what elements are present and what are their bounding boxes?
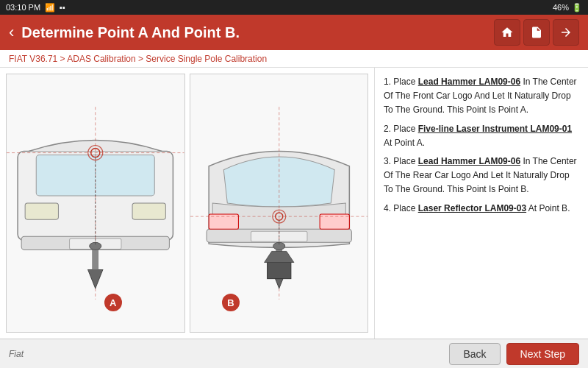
step2-link: Five-line Laser Instrument LAM09-01 xyxy=(418,124,572,134)
back-button[interactable]: Back xyxy=(449,343,500,365)
footer: Fiat Back Next Step xyxy=(0,339,588,368)
car-image-b: B xyxy=(190,74,369,333)
header-left: ‹ Determine Point A And Point B. xyxy=(9,23,240,42)
battery-level: 46% xyxy=(553,3,569,12)
step4-text: 4. Place Laser Reflector LAM09-03 At Poi… xyxy=(384,202,579,216)
time: 03:10 PM xyxy=(6,3,40,12)
svg-marker-26 xyxy=(264,251,293,262)
step3-link: Lead Hammer LAM09-06 xyxy=(418,156,520,166)
document-button[interactable] xyxy=(523,19,550,46)
battery-icon: 🔋 xyxy=(572,3,582,13)
svg-rect-25 xyxy=(267,263,290,279)
car-rear-svg xyxy=(190,74,368,332)
wifi-icon: 📶 xyxy=(45,3,55,13)
step4-link: Laser Reflector LAM09-03 xyxy=(418,203,526,213)
main-content: A xyxy=(0,68,588,339)
step3-text: 3. Place Lead Hammer LAM09-06 In The Cen… xyxy=(384,155,579,197)
svg-rect-17 xyxy=(320,214,349,229)
back-button[interactable]: ‹ xyxy=(9,23,14,42)
home-icon xyxy=(501,26,514,39)
signal-icon: ▪▪ xyxy=(60,3,65,12)
footer-buttons: Back Next Step xyxy=(449,343,579,365)
forward-icon xyxy=(559,26,573,39)
document-icon xyxy=(530,26,543,39)
status-right: 46% 🔋 xyxy=(553,3,582,13)
home-button[interactable] xyxy=(494,19,520,46)
step1-link: Lead Hammer LAM09-06 xyxy=(418,77,520,87)
header: ‹ Determine Point A And Point B. xyxy=(0,15,588,50)
step2-text: 2. Place Five-line Laser Instrument LAM0… xyxy=(384,122,579,150)
car-image-a: A xyxy=(6,74,185,333)
label-b: B xyxy=(222,294,240,311)
forward-button[interactable] xyxy=(553,19,579,46)
brand-label: Fiat xyxy=(9,349,24,359)
label-a: A xyxy=(104,294,122,311)
svg-rect-5 xyxy=(132,203,165,219)
status-left: 03:10 PM 📶 ▪▪ xyxy=(6,3,65,13)
svg-rect-4 xyxy=(25,203,58,219)
status-bar: 03:10 PM 📶 ▪▪ 46% 🔋 xyxy=(0,0,588,15)
header-icons xyxy=(494,19,579,46)
breadcrumb: FIAT V36.71 > ADAS Calibration > Service… xyxy=(0,50,588,68)
instructions-panel: 1. Place Lead Hammer LAM09-06 In The Cen… xyxy=(375,68,588,339)
images-panel: A xyxy=(0,68,375,339)
page-title: Determine Point A And Point B. xyxy=(21,24,240,41)
car-front-svg xyxy=(7,74,184,332)
svg-marker-10 xyxy=(88,270,103,289)
step1-text: 1. Place Lead Hammer LAM09-06 In The Cen… xyxy=(384,75,579,118)
svg-rect-11 xyxy=(93,247,98,269)
next-step-button[interactable]: Next Step xyxy=(506,343,579,365)
